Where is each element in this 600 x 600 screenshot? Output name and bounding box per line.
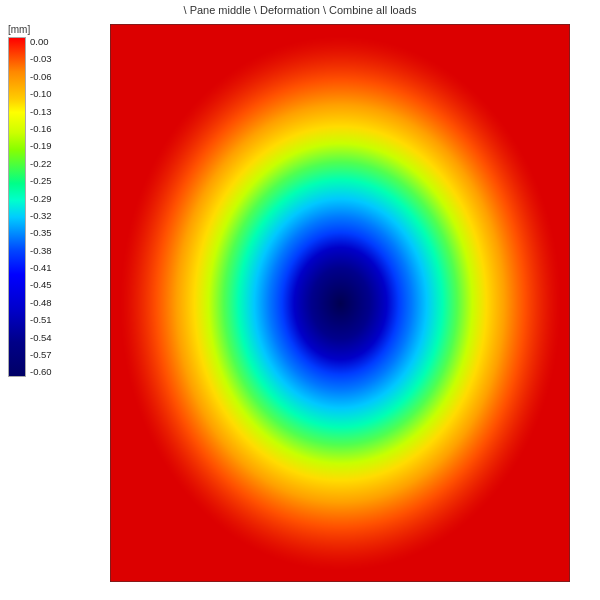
legend-labels: 0.00-0.03-0.06-0.10-0.13-0.16-0.19-0.22-… [26, 37, 52, 377]
legend-label: -0.10 [30, 89, 52, 99]
heatmap-area [110, 24, 570, 582]
legend-label: -0.35 [30, 228, 52, 238]
legend-label: -0.25 [30, 176, 52, 186]
legend-label: -0.60 [30, 367, 52, 377]
legend-label: -0.22 [30, 159, 52, 169]
legend-unit: [mm] [8, 24, 76, 35]
legend-label: -0.16 [30, 124, 52, 134]
main-container: \ Pane middle \ Deformation \ Combine al… [0, 0, 600, 600]
legend-label: -0.06 [30, 72, 52, 82]
legend-label: -0.38 [30, 246, 52, 256]
legend-label: -0.51 [30, 315, 52, 325]
legend-bar-container: 0.00-0.03-0.06-0.10-0.13-0.16-0.19-0.22-… [8, 37, 76, 377]
legend-label: -0.32 [30, 211, 52, 221]
legend-label: -0.29 [30, 194, 52, 204]
breadcrumb: \ Pane middle \ Deformation \ Combine al… [0, 4, 600, 16]
legend-label: -0.13 [30, 107, 52, 117]
legend-label: -0.41 [30, 263, 52, 273]
legend-label: -0.54 [30, 333, 52, 343]
legend: [mm] 0.00-0.03-0.06-0.10-0.13-0.16-0.19-… [8, 24, 76, 377]
legend-label: 0.00 [30, 37, 52, 47]
legend-color-bar [8, 37, 26, 377]
legend-label: -0.45 [30, 280, 52, 290]
legend-label: -0.57 [30, 350, 52, 360]
heatmap-canvas [110, 24, 570, 582]
legend-label: -0.19 [30, 141, 52, 151]
legend-label: -0.03 [30, 54, 52, 64]
legend-label: -0.48 [30, 298, 52, 308]
